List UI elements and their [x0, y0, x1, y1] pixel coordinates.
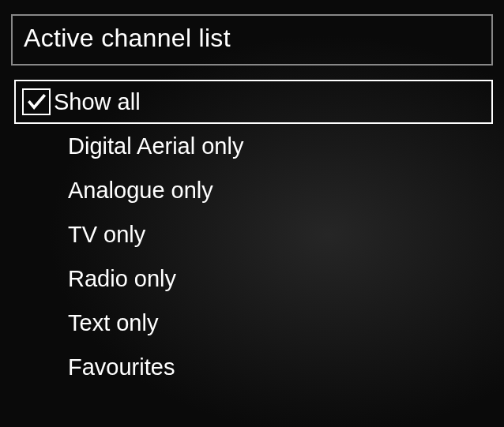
list-item-show-all[interactable]: Show all [14, 80, 493, 124]
list-item-favourites[interactable]: Favourites [14, 345, 493, 389]
checkbox-checked-icon [22, 88, 51, 115]
channel-filter-list: Show all Digital Aerial only Analogue on… [11, 80, 493, 389]
list-item-tv[interactable]: TV only [14, 212, 493, 257]
list-item-label: Text only [68, 310, 158, 336]
list-item-digital-aerial[interactable]: Digital Aerial only [14, 124, 493, 168]
list-item-label: Analogue only [68, 178, 213, 204]
list-item-label: TV only [68, 222, 145, 248]
list-item-label: Show all [54, 89, 141, 115]
menu-container: Active channel list Show all Digital Aer… [11, 14, 493, 389]
list-item-radio[interactable]: Radio only [14, 257, 493, 301]
list-item-analogue[interactable]: Analogue only [14, 168, 493, 212]
list-item-label: Digital Aerial only [68, 133, 243, 159]
list-item-label: Radio only [68, 266, 176, 292]
title-box: Active channel list [11, 14, 493, 66]
list-item-text[interactable]: Text only [14, 301, 493, 345]
page-title: Active channel list [24, 24, 480, 53]
list-item-label: Favourites [68, 354, 175, 380]
